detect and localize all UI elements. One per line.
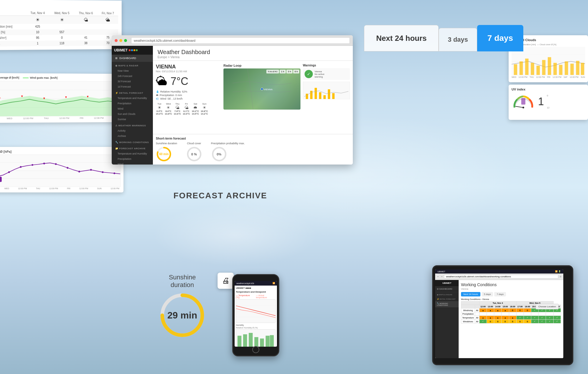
sidebar-item-fa-precip[interactable]: Precipitation [112, 156, 153, 162]
tablet-forward-icon[interactable]: → [440, 275, 443, 278]
wc-cell: ▲ [494, 316, 502, 320]
sc-label-12: 12:00 PM [519, 76, 527, 78]
tablet-sidebar-maps[interactable]: ◉ MAPS & RADAR [435, 292, 459, 297]
breadcrumb: Europe > Vienna [158, 56, 348, 59]
tablet-sidebar-detail[interactable]: ⚡ DETAIL FORECAST [435, 297, 459, 301]
sidebar-item-activity[interactable]: Activity [112, 128, 153, 133]
p-label-5: 12:00 PM [111, 187, 119, 189]
day-label: Sun [201, 103, 208, 105]
tablet-star-icon[interactable]: ☆ [559, 275, 562, 278]
tab-next24[interactable]: Next 24 hours [364, 25, 439, 51]
phone-home-button[interactable] [252, 346, 259, 353]
svg-rect-51 [570, 64, 574, 75]
cell-label: Sunshine duration [min] [0, 24, 26, 29]
day-icon: 🌤 [174, 105, 181, 110]
radar-1h[interactable]: 1 h [280, 70, 286, 73]
forecast-archive-text: FORECAST ARCHIVE [173, 191, 267, 200]
tab-7days[interactable]: 7 days [494, 292, 506, 296]
sidebar-item-24h[interactable]: 24h Forecast [112, 73, 153, 79]
sidebar-item-nowview[interactable]: Now View [112, 68, 153, 73]
wc-sub-precip [475, 312, 479, 316]
svg-rect-41 [514, 64, 517, 75]
sidebar-item-wind[interactable]: Wind [112, 106, 153, 111]
choose-location[interactable]: Choose Location [536, 304, 559, 309]
tab-next24h[interactable]: Next 24 hours [461, 292, 480, 296]
wc-cell [553, 312, 561, 316]
tablet-url[interactable]: weathercockpit.b2b.ubimet.com/dashboard/… [444, 275, 558, 279]
wc-cell: ✓ [479, 320, 487, 323]
browser-minimize-dot[interactable] [119, 39, 122, 42]
phone-logo: UBIMET ■■■■ [236, 287, 276, 289]
cell-value: 0 [49, 35, 74, 41]
uv-value: 1 [538, 95, 544, 108]
pressure-svg: 994 hPa [0, 155, 120, 187]
sidebar-item-temp-humidity[interactable]: Temperature and Humidity [112, 95, 153, 101]
wc-sub-all: All [475, 308, 479, 312]
sidebar-item-precip[interactable]: Precipitation [112, 101, 153, 106]
forecast-sun: Sun ☀ 10.8°C14.2°C [201, 103, 208, 115]
sidebar-item-3d[interactable]: 3d Forecast [112, 79, 153, 84]
forecast-sat: Sat 🌧 10.2°C14.5°C [192, 103, 199, 115]
cell-value [97, 24, 118, 29]
tablet-sidebar-working[interactable]: 🔧 WORKING CONDITIONS [435, 301, 459, 307]
phone-temp-svg [236, 300, 275, 323]
sidebar-item-sunrise[interactable]: Sunrise [112, 117, 153, 122]
svg-rect-46 [542, 60, 546, 75]
tab-3days[interactable]: 3 days [439, 28, 477, 51]
shortterm-section: Short-term forecast Sunshine duration 60… [153, 134, 353, 165]
sidebar-item-fa-temp[interactable]: Temperature and Humidity [112, 151, 153, 156]
precip-value: 0% [211, 146, 227, 162]
tablet-status-right: 📶 🔋 [555, 270, 561, 273]
day-temps: 7.8°C13.6°C [174, 110, 181, 115]
browser-address-bar[interactable]: weathercockpit.b2b.ubimet.com/dashboard [131, 37, 350, 44]
uv-gauge [512, 93, 535, 110]
forecast-wed: Wed ☀ 8.6°C13.8°C [165, 103, 172, 115]
tablet-back-icon[interactable]: ← [437, 275, 439, 278]
warning-check-icon: ✓ [305, 70, 313, 78]
svg-text:▼: ▼ [0, 97, 1, 100]
sidebar-item-archive[interactable]: Archive [112, 133, 153, 139]
radar-time-format[interactable]: Y-m-d H:i [266, 70, 279, 73]
tablet-content: UBIMET ⊞ DASHBOARD ◉ MAPS & RADAR ⚡ DETA… [435, 280, 563, 358]
tablet-sidebar-dashboard[interactable]: ⊞ DASHBOARD [435, 286, 459, 292]
sidebar-item-1d[interactable]: 1d Forecast [112, 84, 153, 89]
browser-close-dot[interactable] [115, 39, 118, 42]
p-label-wed: WED [4, 187, 9, 189]
svg-point-55 [522, 107, 524, 108]
wc-cell: ✓ [546, 316, 553, 320]
wc-cell: ✓ [516, 316, 524, 320]
sidebar-logo: UBIMET [112, 46, 153, 55]
radar-3h[interactable]: 3 h [286, 70, 293, 73]
svg-point-22 [113, 172, 115, 174]
browser-maximize-dot[interactable] [124, 39, 127, 42]
tab-5days[interactable]: 5 days [482, 292, 493, 296]
sidebar-section-maps: ◉ MAPS & RADAR [112, 62, 153, 68]
phone-humidity-chart [236, 329, 276, 347]
sidebar-item-sun-clouds[interactable]: Sun and Clouds [112, 111, 153, 117]
cell-value: 10 [26, 29, 49, 35]
sunshine-circle-display: Sunshineduration 29 min [159, 274, 206, 339]
pressure-chart-labels: 12:00 PM WED 12:00 PM THU 12:00 PM FRI 1… [0, 187, 121, 189]
svg-point-19 [78, 171, 80, 172]
svg-rect-32 [328, 89, 330, 99]
printer-icon[interactable]: 🖨 [218, 273, 234, 289]
warnings-icon: ⚠ [115, 124, 118, 127]
warnings-section: Warnings ✓ ViennaNo activewarning [303, 64, 350, 131]
uv-svg [512, 93, 535, 110]
radar-6h[interactable]: 6 h [293, 70, 299, 73]
sidebar-item-dashboard[interactable]: ⊞ DASHBOARD [112, 55, 153, 62]
wc-cell [531, 312, 539, 316]
label-fri: FRI [80, 117, 83, 120]
precip-row: 🌧 Precipitation 0 mm [156, 94, 220, 97]
wc-cell [546, 312, 553, 316]
humidity-row: 💧 Relative Humidity 52% [156, 90, 220, 93]
svg-rect-44 [531, 63, 534, 75]
label-thu: THU [44, 117, 49, 120]
col-tue: Tue, Nov 4 [26, 11, 49, 16]
tab-7days[interactable]: 7 days [477, 25, 523, 51]
svg-rect-62 [238, 336, 241, 347]
sidebar-item-fa-wind[interactable]: Wind [112, 162, 153, 165]
p-label-4: 12:00 PM [79, 187, 88, 189]
cell-label: UV index max. [0, 41, 26, 46]
svg-point-21 [102, 171, 103, 173]
